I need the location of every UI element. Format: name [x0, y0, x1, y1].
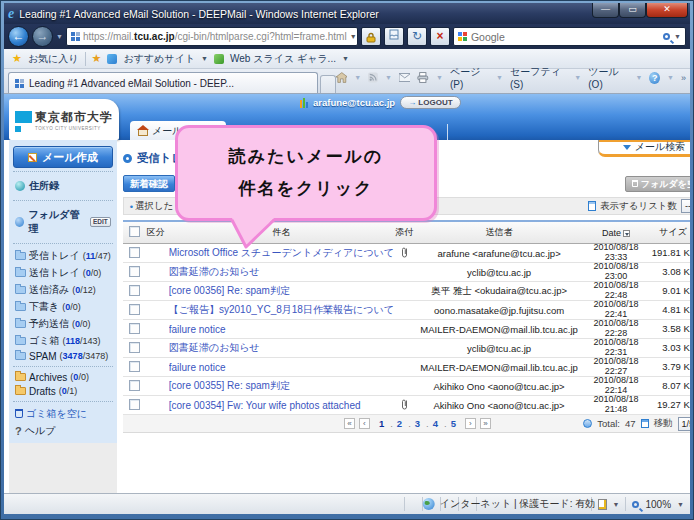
search-box[interactable]: Google ▼	[453, 27, 686, 46]
page-dropdown-icon[interactable]: ▼	[496, 74, 503, 81]
rss-icon[interactable]	[368, 72, 378, 83]
column-category[interactable]: 区分	[147, 227, 165, 237]
mail-subject-link[interactable]: [core 00355] Re: spam判定	[169, 379, 394, 393]
column-size[interactable]: サイズ	[648, 226, 690, 239]
page-menu[interactable]: ページ(P)	[450, 65, 489, 90]
row-checkbox[interactable]	[129, 361, 140, 372]
search-options-dropdown-icon[interactable]: ▼	[674, 33, 681, 40]
empty-trash-link[interactable]: ゴミ箱を空に	[13, 405, 113, 422]
compatibility-view-button[interactable]	[384, 27, 404, 46]
column-subject[interactable]: 件名	[169, 226, 394, 239]
prev-page-button[interactable]: ‹	[359, 418, 370, 429]
print-dropdown-icon[interactable]: ▼	[436, 74, 443, 81]
page-number[interactable]: 3	[404, 418, 420, 429]
zone-dropdown-icon[interactable]: ▼	[613, 501, 620, 508]
compose-mail-button[interactable]: メール作成	[13, 146, 113, 168]
row-checkbox[interactable]	[129, 266, 140, 277]
search-icon[interactable]	[663, 33, 670, 40]
list-count-select[interactable]: --	[681, 199, 690, 213]
mail-row[interactable]: [core 00354] Fw: Your wife photos attach…	[123, 396, 690, 415]
security-lock-button[interactable]	[361, 27, 381, 46]
goto-page-select[interactable]: 1/5	[678, 417, 690, 431]
row-checkbox[interactable]	[129, 399, 140, 410]
stop-button[interactable]: ×	[430, 27, 450, 46]
check-new-mail-button[interactable]: 新着確認	[123, 175, 175, 192]
folder-drafts[interactable]: Drafts01	[13, 384, 113, 398]
mail-subject-link[interactable]: 図書延滞のお知らせ	[169, 341, 394, 355]
page-number[interactable]: 2	[386, 418, 402, 429]
help-icon[interactable]: ?	[649, 72, 660, 84]
browser-tab[interactable]: Leading #1 Advanced eMail Solution - DEE…	[8, 72, 318, 93]
logout-button[interactable]: → LOGOUT	[400, 96, 460, 109]
folder-inbox[interactable]: 受信トレイ1147	[13, 247, 113, 264]
zoom-level[interactable]: 100%	[645, 499, 671, 510]
mail-search-tab[interactable]: メール検索	[598, 140, 690, 157]
print-icon[interactable]	[417, 72, 429, 83]
select-all-checkbox[interactable]	[129, 226, 140, 237]
help-link[interactable]: ? ヘルプ	[13, 422, 113, 439]
mail-subject-link[interactable]: [core 00354] Fw: Your wife photos attach…	[169, 400, 394, 411]
url-dropdown-icon[interactable]: ▼	[350, 33, 357, 40]
title-bar[interactable]: e Leading #1 Advanced eMail Solution - D…	[4, 3, 690, 24]
favorites-button[interactable]: お気に入り	[28, 52, 79, 66]
zoom-dropdown-icon[interactable]: ▼	[677, 501, 684, 508]
overflow-chevron-icon[interactable]: »	[681, 73, 686, 83]
last-page-button[interactable]: »	[480, 418, 491, 429]
suggested-sites-button[interactable]: おすすめサイト	[123, 52, 195, 66]
url-field[interactable]: https://mail.tcu.ac.jp/cgi-bin/htmlparse…	[66, 27, 358, 46]
sort-icon[interactable]	[623, 230, 630, 237]
rss-dropdown-icon[interactable]: ▼	[385, 74, 392, 81]
page-number[interactable]: 1	[379, 418, 384, 429]
page-number[interactable]: 4	[422, 418, 438, 429]
row-checkbox[interactable]	[129, 323, 140, 334]
refresh-button[interactable]: ↻	[407, 27, 427, 46]
add-favorite-icon[interactable]: ★	[92, 52, 102, 65]
folder-trash[interactable]: ゴミ箱118143	[13, 332, 113, 349]
mail-subject-link[interactable]: 【ご報告】sy2010_YC_8月18日作業報告について	[169, 303, 394, 317]
mail-subject-link[interactable]: 図書延滞のお知らせ	[169, 265, 394, 279]
close-button[interactable]: ✕	[646, 3, 688, 18]
zoom-icon[interactable]	[632, 501, 639, 508]
first-page-button[interactable]: «	[344, 418, 355, 429]
webslice-dropdown-icon[interactable]: ▼	[342, 55, 349, 62]
row-checkbox[interactable]	[129, 247, 140, 258]
folder-drafts-jp[interactable]: 下書き00	[13, 298, 113, 315]
folder-sent[interactable]: 送信済み012	[13, 281, 113, 298]
folder-spam[interactable]: SPAM34783478	[13, 349, 113, 363]
tools-dropdown-icon[interactable]: ▼	[635, 74, 642, 81]
sidebar-item-addressbook[interactable]: 住所録	[13, 175, 113, 197]
folder-outbox[interactable]: 送信トレイ00	[13, 264, 113, 281]
next-page-button[interactable]: ›	[465, 418, 476, 429]
folder-scheduled[interactable]: 予約送信00	[13, 315, 113, 332]
history-dropdown-icon[interactable]: ▼	[56, 33, 63, 40]
row-checkbox[interactable]	[129, 304, 140, 315]
empty-folder-button[interactable]: フォルダを空に	[625, 176, 690, 192]
home-dropdown-icon[interactable]: ▼	[354, 74, 361, 81]
home-icon[interactable]	[336, 72, 348, 83]
row-checkbox[interactable]	[129, 285, 140, 296]
mail-icon[interactable]	[399, 73, 411, 82]
column-sender[interactable]: 送信者	[414, 226, 584, 239]
tools-menu[interactable]: ツール(O)	[588, 65, 628, 90]
sidebar-item-folder-manage[interactable]: フォルダ管理 EDIT	[13, 204, 113, 240]
forward-button[interactable]: →	[32, 26, 53, 47]
new-tab-stub[interactable]	[320, 75, 335, 93]
folder-archives[interactable]: Archives00	[13, 370, 113, 384]
safety-menu[interactable]: セーフティ(S)	[510, 65, 567, 90]
mail-subject-link[interactable]: failure notice	[169, 324, 394, 335]
maximize-button[interactable]: ▭	[619, 3, 646, 18]
mail-subject-link[interactable]: Microsoft Office スチューデントメディアについて	[169, 246, 394, 260]
column-date[interactable]: Date	[584, 228, 648, 238]
webslice-button[interactable]: Web スライス ギャラ...	[230, 52, 336, 66]
mail-subject-link[interactable]: failure notice	[169, 362, 394, 373]
minimize-button[interactable]: —	[592, 3, 619, 18]
row-checkbox[interactable]	[129, 342, 140, 353]
column-attach[interactable]: 添付	[395, 227, 413, 237]
row-checkbox[interactable]	[129, 380, 140, 391]
protected-mode-icon[interactable]	[598, 499, 607, 510]
search-input[interactable]: Google	[471, 31, 659, 43]
folder-edit-badge[interactable]: EDIT	[90, 217, 111, 227]
mail-subject-link[interactable]: [core 00356] Re: spam判定	[169, 284, 394, 298]
help-dropdown-icon[interactable]: ▼	[667, 74, 674, 81]
safety-dropdown-icon[interactable]: ▼	[574, 74, 581, 81]
